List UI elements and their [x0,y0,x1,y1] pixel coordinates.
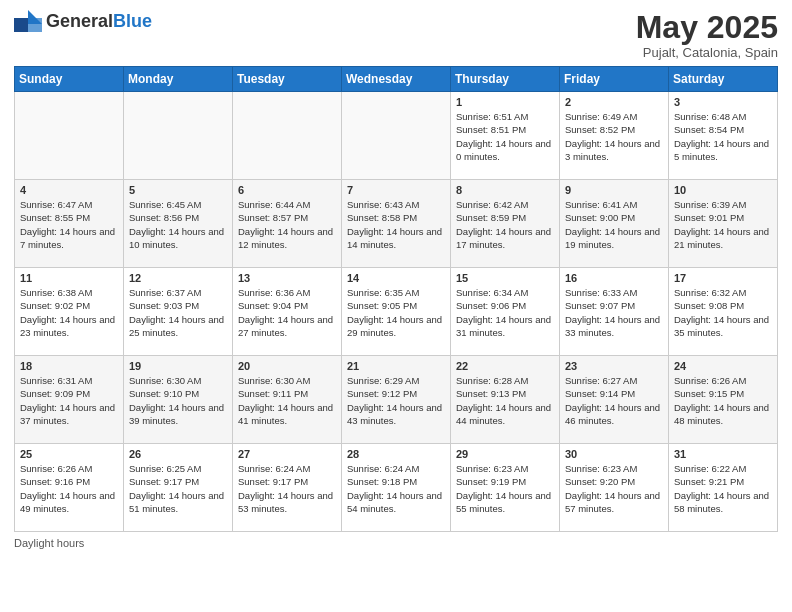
calendar-cell: 24Sunrise: 6:26 AM Sunset: 9:15 PM Dayli… [669,356,778,444]
day-info: Sunrise: 6:32 AM Sunset: 9:08 PM Dayligh… [674,286,772,339]
day-number: 24 [674,360,772,372]
calendar-header: Sunday Monday Tuesday Wednesday Thursday… [15,67,778,92]
calendar-cell: 12Sunrise: 6:37 AM Sunset: 9:03 PM Dayli… [124,268,233,356]
day-number: 16 [565,272,663,284]
calendar-cell: 4Sunrise: 6:47 AM Sunset: 8:55 PM Daylig… [15,180,124,268]
page: GeneralBlue May 2025 Pujalt, Catalonia, … [0,0,792,612]
logo: GeneralBlue [14,10,152,32]
calendar-cell: 28Sunrise: 6:24 AM Sunset: 9:18 PM Dayli… [342,444,451,532]
calendar-body: 1Sunrise: 6:51 AM Sunset: 8:51 PM Daylig… [15,92,778,532]
day-number: 10 [674,184,772,196]
day-info: Sunrise: 6:44 AM Sunset: 8:57 PM Dayligh… [238,198,336,251]
title-block: May 2025 Pujalt, Catalonia, Spain [636,10,778,60]
calendar-week-4: 18Sunrise: 6:31 AM Sunset: 9:09 PM Dayli… [15,356,778,444]
day-info: Sunrise: 6:30 AM Sunset: 9:10 PM Dayligh… [129,374,227,427]
calendar-cell: 29Sunrise: 6:23 AM Sunset: 9:19 PM Dayli… [451,444,560,532]
calendar-cell: 31Sunrise: 6:22 AM Sunset: 9:21 PM Dayli… [669,444,778,532]
svg-marker-2 [28,18,42,32]
header-row: Sunday Monday Tuesday Wednesday Thursday… [15,67,778,92]
day-number: 22 [456,360,554,372]
day-info: Sunrise: 6:48 AM Sunset: 8:54 PM Dayligh… [674,110,772,163]
calendar-cell: 17Sunrise: 6:32 AM Sunset: 9:08 PM Dayli… [669,268,778,356]
calendar-cell [233,92,342,180]
day-number: 15 [456,272,554,284]
day-number: 13 [238,272,336,284]
day-info: Sunrise: 6:30 AM Sunset: 9:11 PM Dayligh… [238,374,336,427]
day-info: Sunrise: 6:23 AM Sunset: 9:20 PM Dayligh… [565,462,663,515]
day-number: 25 [20,448,118,460]
day-info: Sunrise: 6:33 AM Sunset: 9:07 PM Dayligh… [565,286,663,339]
calendar-cell: 3Sunrise: 6:48 AM Sunset: 8:54 PM Daylig… [669,92,778,180]
calendar-week-5: 25Sunrise: 6:26 AM Sunset: 9:16 PM Dayli… [15,444,778,532]
day-info: Sunrise: 6:27 AM Sunset: 9:14 PM Dayligh… [565,374,663,427]
day-info: Sunrise: 6:39 AM Sunset: 9:01 PM Dayligh… [674,198,772,251]
calendar-cell: 22Sunrise: 6:28 AM Sunset: 9:13 PM Dayli… [451,356,560,444]
calendar-cell: 10Sunrise: 6:39 AM Sunset: 9:01 PM Dayli… [669,180,778,268]
day-info: Sunrise: 6:41 AM Sunset: 9:00 PM Dayligh… [565,198,663,251]
day-number: 8 [456,184,554,196]
day-number: 1 [456,96,554,108]
day-number: 30 [565,448,663,460]
calendar-cell: 23Sunrise: 6:27 AM Sunset: 9:14 PM Dayli… [560,356,669,444]
day-info: Sunrise: 6:38 AM Sunset: 9:02 PM Dayligh… [20,286,118,339]
footer-note: Daylight hours [14,537,778,549]
day-number: 19 [129,360,227,372]
calendar-cell: 7Sunrise: 6:43 AM Sunset: 8:58 PM Daylig… [342,180,451,268]
day-info: Sunrise: 6:49 AM Sunset: 8:52 PM Dayligh… [565,110,663,163]
day-info: Sunrise: 6:24 AM Sunset: 9:18 PM Dayligh… [347,462,445,515]
calendar-cell: 15Sunrise: 6:34 AM Sunset: 9:06 PM Dayli… [451,268,560,356]
logo-icon [14,10,42,32]
day-number: 3 [674,96,772,108]
calendar-cell: 30Sunrise: 6:23 AM Sunset: 9:20 PM Dayli… [560,444,669,532]
logo-general: General [46,11,113,31]
footer-text: Daylight hours [14,537,84,549]
calendar-cell: 25Sunrise: 6:26 AM Sunset: 9:16 PM Dayli… [15,444,124,532]
calendar-cell: 14Sunrise: 6:35 AM Sunset: 9:05 PM Dayli… [342,268,451,356]
calendar-cell: 13Sunrise: 6:36 AM Sunset: 9:04 PM Dayli… [233,268,342,356]
day-number: 12 [129,272,227,284]
month-title: May 2025 [636,10,778,45]
calendar-cell: 16Sunrise: 6:33 AM Sunset: 9:07 PM Dayli… [560,268,669,356]
calendar-cell: 9Sunrise: 6:41 AM Sunset: 9:00 PM Daylig… [560,180,669,268]
col-wednesday: Wednesday [342,67,451,92]
day-number: 14 [347,272,445,284]
day-number: 23 [565,360,663,372]
day-number: 7 [347,184,445,196]
day-info: Sunrise: 6:43 AM Sunset: 8:58 PM Dayligh… [347,198,445,251]
day-info: Sunrise: 6:37 AM Sunset: 9:03 PM Dayligh… [129,286,227,339]
day-info: Sunrise: 6:25 AM Sunset: 9:17 PM Dayligh… [129,462,227,515]
day-info: Sunrise: 6:26 AM Sunset: 9:15 PM Dayligh… [674,374,772,427]
day-info: Sunrise: 6:23 AM Sunset: 9:19 PM Dayligh… [456,462,554,515]
calendar-cell: 2Sunrise: 6:49 AM Sunset: 8:52 PM Daylig… [560,92,669,180]
day-number: 5 [129,184,227,196]
day-number: 9 [565,184,663,196]
day-info: Sunrise: 6:51 AM Sunset: 8:51 PM Dayligh… [456,110,554,163]
day-info: Sunrise: 6:31 AM Sunset: 9:09 PM Dayligh… [20,374,118,427]
col-friday: Friday [560,67,669,92]
day-info: Sunrise: 6:47 AM Sunset: 8:55 PM Dayligh… [20,198,118,251]
calendar-cell: 27Sunrise: 6:24 AM Sunset: 9:17 PM Dayli… [233,444,342,532]
day-number: 28 [347,448,445,460]
logo-blue: Blue [113,11,152,31]
day-number: 21 [347,360,445,372]
calendar-cell: 21Sunrise: 6:29 AM Sunset: 9:12 PM Dayli… [342,356,451,444]
day-number: 4 [20,184,118,196]
day-number: 20 [238,360,336,372]
day-number: 27 [238,448,336,460]
calendar-cell: 1Sunrise: 6:51 AM Sunset: 8:51 PM Daylig… [451,92,560,180]
day-number: 26 [129,448,227,460]
calendar-week-1: 1Sunrise: 6:51 AM Sunset: 8:51 PM Daylig… [15,92,778,180]
calendar-cell [15,92,124,180]
calendar-cell: 8Sunrise: 6:42 AM Sunset: 8:59 PM Daylig… [451,180,560,268]
calendar-cell [342,92,451,180]
day-number: 31 [674,448,772,460]
day-info: Sunrise: 6:36 AM Sunset: 9:04 PM Dayligh… [238,286,336,339]
calendar-cell [124,92,233,180]
calendar-week-2: 4Sunrise: 6:47 AM Sunset: 8:55 PM Daylig… [15,180,778,268]
calendar-cell: 11Sunrise: 6:38 AM Sunset: 9:02 PM Dayli… [15,268,124,356]
day-number: 17 [674,272,772,284]
calendar-cell: 18Sunrise: 6:31 AM Sunset: 9:09 PM Dayli… [15,356,124,444]
location: Pujalt, Catalonia, Spain [636,45,778,60]
day-info: Sunrise: 6:28 AM Sunset: 9:13 PM Dayligh… [456,374,554,427]
calendar-table: Sunday Monday Tuesday Wednesday Thursday… [14,66,778,532]
